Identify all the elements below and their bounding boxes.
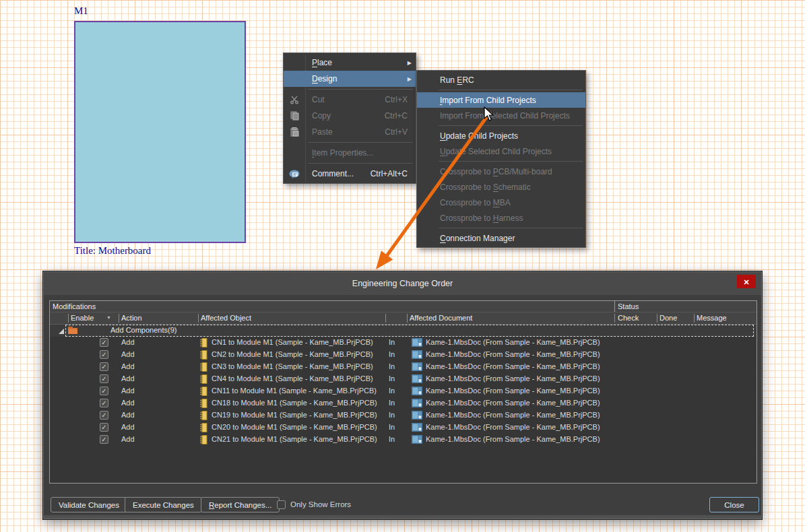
row-enable-checkbox[interactable]: ✓ (100, 411, 108, 420)
section-divider (614, 301, 615, 312)
row-action: Add (121, 423, 135, 431)
menu-item-cut[interactable]: CutCtrl+X (284, 92, 416, 108)
submenu-item-crossprobe-pcb[interactable]: Crossprobe to PCB/Multi-board (417, 164, 585, 179)
column-separator (657, 314, 657, 323)
execute-changes-button[interactable]: Execute Changes (125, 497, 202, 512)
only-show-errors-checkbox[interactable] (277, 500, 286, 509)
dialog-titlebar[interactable]: Engineering Change Order ✕ (44, 272, 761, 295)
eco-change-row[interactable]: ✓AddCN1 to Module M1 (Sample - Kame_MB.P… (50, 337, 756, 349)
submenu-item-crossprobe-mba[interactable]: Crossprobe to MBA (417, 195, 585, 210)
menu-separator (439, 125, 583, 126)
row-affected-document: Kame-1.MbsDoc (From Sample - Kame_MB.Prj… (426, 338, 600, 346)
row-affected-document: Kame-1.MbsDoc (From Sample - Kame_MB.Prj… (426, 362, 600, 370)
menu-item-label: Design (312, 74, 337, 84)
submenu-item-update-child-projects[interactable]: Update Child Projects (417, 128, 585, 143)
menu-item-paste[interactable]: PasteCtrl+V (284, 124, 416, 140)
row-enable-checkbox[interactable]: ✓ (100, 387, 108, 395)
eco-change-row[interactable]: ✓AddCN18 to Module M1 (Sample - Kame_MB.… (50, 397, 756, 409)
menu-item-copy[interactable]: CopyCtrl+C (284, 108, 416, 124)
row-scope: In (389, 411, 395, 419)
row-affected-document: Kame-1.MbsDoc (From Sample - Kame_MB.Prj… (426, 387, 600, 395)
eco-change-row[interactable]: ✓AddCN19 to Module M1 (Sample - Kame_MB.… (50, 409, 756, 422)
modifications-table: Modifications Status Enable ▼ Action Aff… (49, 300, 757, 484)
eco-dialog: Engineering Change Order ✕ Modifications… (43, 271, 762, 519)
module-m1-block[interactable] (74, 21, 246, 243)
row-affected-document: Kame-1.MbsDoc (From Sample - Kame_MB.Prj… (426, 411, 600, 419)
row-scope: In (389, 387, 395, 395)
component-icon (200, 374, 208, 385)
component-icon (200, 435, 208, 446)
row-affected-object: CN18 to Module M1 (Sample - Kame_MB.PrjP… (212, 399, 377, 407)
menu-item-label: Update Child Projects (440, 131, 518, 141)
column-header-affected-document[interactable]: Affected Document (410, 314, 472, 322)
eco-change-row[interactable]: ✓AddCN20 to Module M1 (Sample - Kame_MB.… (50, 422, 756, 434)
eco-change-row[interactable]: ✓AddCN4 to Module M1 (Sample - Kame_MB.P… (50, 373, 756, 385)
row-enable-checkbox[interactable]: ✓ (100, 435, 108, 444)
menu-item-label: Paste (312, 127, 333, 137)
submenu-item-import-from-selected-child-projects[interactable]: Import From Selected Child Projects (417, 108, 585, 123)
row-affected-object: CN4 to Module M1 (Sample - Kame_MB.PrjPC… (212, 374, 373, 383)
menu-item-item-properties[interactable]: Item Properties... (284, 145, 416, 161)
column-separator (614, 314, 615, 323)
submenu-item-crossprobe-harness[interactable]: Crossprobe to Harness (417, 210, 585, 226)
row-scope: In (389, 362, 395, 370)
comment-icon (288, 166, 301, 182)
module-designator: M1 (74, 5, 88, 17)
column-separator (407, 314, 408, 323)
dialog-title: Engineering Change Order (352, 279, 453, 288)
row-scope: In (389, 374, 395, 383)
eco-change-row[interactable]: ✓AddCN11 to Module M1 (Sample - Kame_MB.… (50, 385, 756, 397)
menu-item-label: Crossprobe to MBA (440, 198, 511, 207)
submenu-item-crossprobe-schematic[interactable]: Crossprobe to Schematic (417, 179, 585, 195)
eco-change-row[interactable]: ✓AddCN21 to Module M1 (Sample - Kame_MB.… (50, 434, 756, 446)
column-header-enable[interactable]: Enable (71, 314, 94, 322)
column-header-affected-object[interactable]: Affected Object (201, 314, 251, 322)
column-header-check[interactable]: Check (618, 314, 639, 322)
column-separator (198, 314, 199, 323)
row-affected-document: Kame-1.MbsDoc (From Sample - Kame_MB.Prj… (426, 399, 600, 407)
close-button[interactable]: Close (709, 497, 759, 512)
eco-change-row[interactable]: ✓AddCN3 to Module M1 (Sample - Kame_MB.P… (50, 361, 756, 373)
column-separator (694, 314, 695, 323)
menu-separator (439, 90, 583, 90)
row-affected-object: CN20 to Module M1 (Sample - Kame_MB.PrjP… (212, 423, 377, 431)
column-separator (119, 314, 119, 323)
submenu-item-import-from-child-projects[interactable]: Import From Child Projects (417, 92, 585, 108)
document-icon (412, 435, 422, 445)
submenu-item-update-selected-child-projects[interactable]: Update Selected Child Projects (417, 143, 585, 159)
eco-change-row[interactable]: ✓AddCN2 to Module M1 (Sample - Kame_MB.P… (50, 349, 756, 361)
row-enable-checkbox[interactable]: ✓ (100, 423, 108, 432)
row-enable-checkbox[interactable]: ✓ (100, 362, 108, 371)
row-enable-checkbox[interactable]: ✓ (100, 338, 108, 347)
menu-item-comment[interactable]: Comment...Ctrl+Alt+C (284, 166, 416, 182)
submenu-item-connection-manager[interactable]: Connection Manager (417, 230, 585, 246)
close-icon[interactable]: ✕ (737, 275, 756, 288)
column-separator (68, 314, 69, 323)
menu-separator (308, 89, 413, 90)
menu-item-design[interactable]: Design▶ (284, 71, 416, 87)
group-row-add-components[interactable]: Add Components(9) (50, 325, 756, 337)
component-icon (200, 338, 208, 349)
menu-item-shortcut: Ctrl+Alt+C (371, 169, 416, 178)
menu-separator (308, 142, 413, 143)
column-header-done[interactable]: Done (659, 314, 677, 322)
row-scope: In (389, 350, 395, 358)
collapse-expander-icon[interactable] (59, 328, 65, 336)
menu-item-label: Run ERC (440, 75, 474, 85)
row-enable-checkbox[interactable]: ✓ (100, 350, 108, 359)
menu-separator (439, 228, 583, 228)
row-enable-checkbox[interactable]: ✓ (100, 374, 108, 383)
submenu-item-run-erc[interactable]: Run ERC (417, 72, 585, 88)
row-action: Add (121, 362, 135, 370)
row-affected-document: Kame-1.MbsDoc (From Sample - Kame_MB.Prj… (426, 423, 600, 431)
column-header-action[interactable]: Action (121, 314, 142, 322)
filter-dropdown-icon[interactable]: ▼ (106, 315, 111, 320)
section-modifications: Modifications (53, 302, 96, 310)
validate-changes-button[interactable]: Validate Changes (51, 497, 127, 512)
report-changes-button[interactable]: Report Changes... (201, 497, 280, 512)
group-row-label: Add Components(9) (110, 326, 176, 334)
column-header-message[interactable]: Message (697, 314, 727, 322)
row-action: Add (121, 374, 135, 383)
menu-item-place[interactable]: Place▶ (284, 55, 416, 71)
row-enable-checkbox[interactable]: ✓ (100, 399, 108, 407)
